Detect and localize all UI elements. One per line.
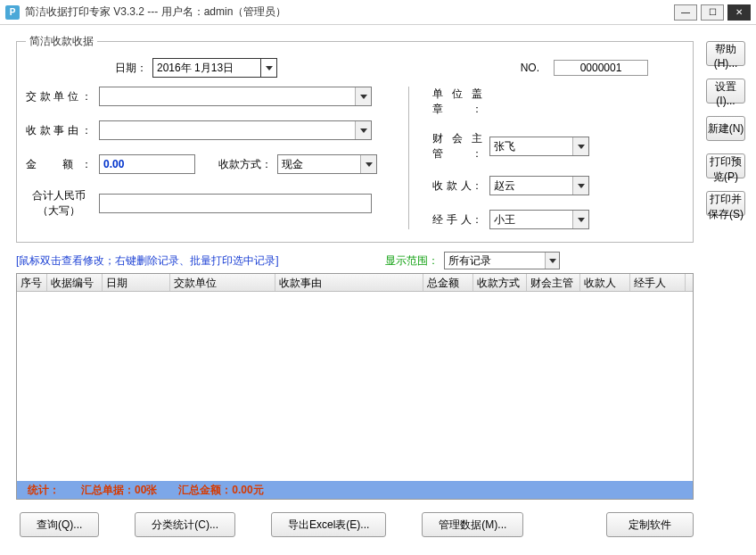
method-combo[interactable]: 现金	[277, 154, 377, 174]
scope-label: 显示范围：	[385, 253, 439, 269]
col-payer[interactable]: 交款单位	[170, 274, 275, 291]
caps-label: 合计人民币 （大写）	[26, 188, 92, 219]
handler-combo[interactable]: 小王	[489, 210, 589, 229]
chevron-down-icon[interactable]	[360, 155, 376, 173]
grid-footer: 统计： 汇总单据：00张 汇总金额：0.00元	[17, 481, 693, 499]
receipt-groupbox: 简洁收款收据 日期： 2016年 1月13日 NO. 0000001 交款单位：	[16, 34, 694, 243]
handler-label: 经 手 人：	[432, 212, 482, 228]
amount-input[interactable]: 0.00	[99, 154, 195, 174]
caps-amount	[99, 194, 372, 213]
col-recv[interactable]: 收款人	[580, 274, 630, 291]
summary-label: 统计：	[28, 483, 60, 498]
window-title: 简洁收据打印专家 V3.3.2 --- 用户名：admin（管理员）	[25, 4, 674, 20]
col-date[interactable]: 日期	[103, 274, 170, 291]
hint-text: [鼠标双击查看修改；右键删除记录、批量打印选中记录]	[16, 253, 279, 269]
titlebar: P 简洁收据打印专家 V3.3.2 --- 用户名：admin（管理员） — ☐…	[0, 0, 756, 25]
col-method[interactable]: 收款方式	[473, 274, 527, 291]
maximize-button[interactable]: ☐	[701, 4, 724, 21]
chevron-down-icon[interactable]	[260, 59, 276, 77]
recv-combo[interactable]: 赵云	[489, 176, 589, 195]
chevron-down-icon[interactable]	[572, 211, 588, 228]
col-id[interactable]: 收据编号	[47, 274, 103, 291]
minimize-button[interactable]: —	[674, 4, 697, 21]
amount-label: 金 额：	[26, 157, 92, 172]
mgr-label: 财会主管：	[432, 131, 482, 162]
close-button[interactable]: ✕	[727, 4, 751, 21]
window-buttons: — ☐ ✕	[674, 4, 751, 21]
summary-count: 汇总单据：00张	[81, 483, 157, 498]
col-mgr[interactable]: 财会主管	[527, 274, 580, 291]
chevron-down-icon[interactable]	[572, 137, 588, 155]
col-total[interactable]: 总金额	[423, 274, 473, 291]
col-reason[interactable]: 收款事由	[275, 274, 423, 291]
records-grid: 序号 收据编号 日期 交款单位 收款事由 总金额 收款方式 财会主管 收款人 经…	[16, 273, 694, 500]
help-button[interactable]: 帮助(H)...	[706, 41, 745, 66]
seal-label: 单位盖章：	[432, 87, 482, 117]
manage-button[interactable]: 管理数据(M)...	[422, 512, 523, 537]
date-picker[interactable]: 2016年 1月13日	[152, 58, 277, 78]
custom-button[interactable]: 定制软件	[606, 512, 694, 537]
new-button[interactable]: 新建(N)	[706, 116, 745, 141]
preview-button[interactable]: 打印预览(P)	[706, 153, 745, 178]
chevron-down-icon[interactable]	[355, 87, 371, 105]
payer-label: 交款单位：	[26, 89, 92, 104]
chevron-down-icon[interactable]	[545, 253, 559, 269]
col-handler[interactable]: 经手人	[630, 274, 686, 291]
export-button[interactable]: 导出Excel表(E)...	[271, 512, 386, 537]
col-spacer	[686, 274, 693, 291]
date-label: 日期：	[115, 61, 147, 76]
payer-combo[interactable]	[99, 87, 372, 106]
method-label: 收款方式：	[218, 157, 272, 172]
mgr-combo[interactable]: 张飞	[489, 137, 589, 156]
summary-amount: 汇总金额：0.00元	[178, 483, 263, 498]
date-value: 2016年 1月13日	[157, 61, 234, 76]
printsave-button[interactable]: 打印并保存(S)	[706, 191, 745, 216]
col-seq[interactable]: 序号	[17, 274, 47, 291]
query-button[interactable]: 查询(Q)...	[20, 512, 99, 537]
settings-button[interactable]: 设置(I)...	[706, 79, 745, 104]
recv-label: 收 款 人：	[432, 178, 482, 194]
app-icon: P	[5, 5, 20, 20]
no-label: NO.	[521, 62, 539, 74]
grid-header: 序号 收据编号 日期 交款单位 收款事由 总金额 收款方式 财会主管 收款人 经…	[17, 274, 693, 292]
reason-label: 收款事由：	[26, 123, 92, 138]
chevron-down-icon[interactable]	[572, 177, 588, 195]
reason-combo[interactable]	[99, 120, 372, 140]
chevron-down-icon[interactable]	[355, 121, 371, 139]
grid-body[interactable]	[17, 292, 693, 481]
scope-combo[interactable]: 所有记录	[444, 252, 560, 269]
groupbox-legend: 简洁收款收据	[26, 34, 97, 49]
stats-button[interactable]: 分类统计(C)...	[135, 512, 235, 537]
receipt-no: 0000001	[554, 60, 648, 76]
